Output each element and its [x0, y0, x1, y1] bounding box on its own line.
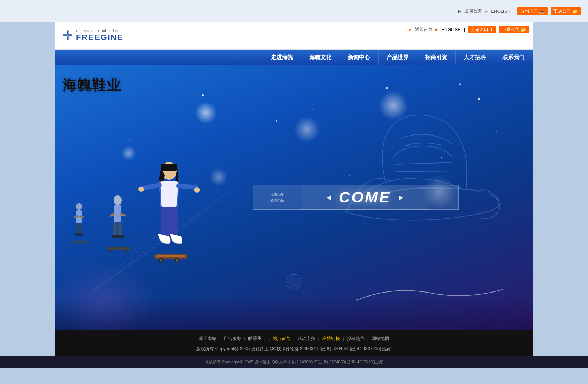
- footer-message[interactable]: 站点留言: [273, 335, 290, 343]
- nav-item-xinwen[interactable]: 新闻中心: [340, 50, 379, 65]
- site-footer: 关于本站 | 广告服务 | 联系我们 | 站点留言 | 活动支持 | 友情链接 …: [55, 330, 533, 356]
- svg-point-55: [289, 277, 299, 287]
- svg-point-52: [160, 259, 162, 262]
- svg-rect-24: [79, 233, 83, 236]
- nav-items-container: 走进海魄 海魄文化 新闻中心 产品世界 招商引资 人才招聘 联系我们: [263, 50, 533, 65]
- nav-item-wenhua[interactable]: 海魄文化: [301, 50, 340, 65]
- english-link[interactable]: ENGLISH: [491, 8, 510, 14]
- skater-main: [136, 161, 202, 278]
- svg-point-45: [194, 187, 200, 193]
- footer-copyright: 版权所有 Copyright@ 2005 设计路上 QQ技术讨论群 249806…: [55, 345, 533, 353]
- svg-rect-21: [76, 223, 79, 234]
- logo-area[interactable]: ✛ Innovative Trend maker FREEGINE: [55, 22, 158, 50]
- svg-point-26: [73, 243, 75, 245]
- footer-ads[interactable]: 广告服务: [223, 335, 241, 343]
- glow-5: [294, 116, 320, 142]
- come-panel-text1: 点击此处: [270, 192, 284, 197]
- site-container: ✛ Innovative Trend maker FREEGINE ▶ 返回首页…: [55, 22, 533, 356]
- subsidiary-btn[interactable]: 下属公司 📁: [551, 7, 581, 15]
- footer-activity[interactable]: 活动支持: [298, 335, 315, 343]
- logo-text: Innovative Trend maker FREEGINE: [76, 29, 123, 42]
- svg-rect-35: [118, 235, 124, 238]
- site-header: ✛ Innovative Trend maker FREEGINE ▶ 返回首页…: [55, 22, 533, 50]
- svg-rect-41: [160, 181, 178, 207]
- come-center-panel[interactable]: ◄ COME ►: [301, 185, 429, 210]
- back-arrow-icon: ▶: [458, 8, 461, 14]
- svg-rect-22: [79, 224, 82, 234]
- svg-point-53: [176, 259, 178, 262]
- skater-mid: [99, 194, 136, 252]
- header-distributor-btn[interactable]: 分销入口 ⬆: [468, 26, 496, 33]
- logo-cross-icon: ✛: [62, 29, 72, 43]
- nav-item-chanpin[interactable]: 产品世界: [379, 50, 417, 65]
- svg-rect-46: [161, 207, 170, 236]
- svg-point-37: [109, 249, 112, 252]
- star-1: [202, 94, 204, 96]
- star-5: [276, 120, 277, 122]
- svg-rect-49: [156, 255, 186, 257]
- come-left-panel: 点击此处 查看产品: [253, 185, 301, 210]
- svg-point-44: [138, 187, 144, 192]
- back-arrow-icon2: ▶: [409, 28, 412, 32]
- svg-rect-33: [118, 223, 122, 236]
- come-arrow-right[interactable]: ►: [398, 193, 405, 202]
- logo-brand: FREEGINE: [76, 33, 123, 42]
- bottom-copyright-text: 版权所有 Copyright@ 2005 设计路上 QQ技术讨论群 249806…: [205, 360, 384, 364]
- browser-chrome: ▶ 返回首页 ▶ ENGLISH | 分销入口 📤 下属公司 📁: [0, 0, 588, 22]
- distributor-btn[interactable]: 分销入口 📤: [517, 7, 548, 15]
- logo-tagline: Innovative Trend maker: [76, 29, 123, 33]
- browser-top-nav: ▶ 返回首页 ▶ ENGLISH | 分销入口 📤 下属公司 📁: [458, 7, 581, 15]
- footer-sitemap[interactable]: 网站地图: [372, 335, 389, 343]
- nav-item-rencai[interactable]: 人才招聘: [456, 50, 494, 65]
- shoe-sketch-svg: [327, 83, 511, 249]
- come-right-panel: [429, 185, 459, 210]
- come-panel-text2: 查看产品: [270, 198, 284, 203]
- svg-rect-47: [169, 207, 178, 236]
- footer-contribute[interactable]: 投稿热线: [347, 335, 365, 343]
- footer-contact[interactable]: 联系我们: [248, 335, 266, 343]
- back-home-link[interactable]: 返回首页: [464, 8, 482, 14]
- hero-banner: 海魄鞋业: [55, 65, 533, 330]
- come-arrow-left[interactable]: ◄: [325, 193, 332, 202]
- svg-rect-32: [113, 222, 117, 236]
- footer-links: 关于本站 | 广告服务 | 联系我们 | 站点留言 | 活动支持 | 友情链接 …: [55, 335, 533, 343]
- skater-far-left: [66, 201, 92, 245]
- footer-friends[interactable]: 友情链接: [322, 335, 340, 343]
- brand-title: 海魄鞋业: [62, 76, 121, 95]
- come-bar[interactable]: 点击此处 查看产品 ◄ COME ►: [253, 185, 459, 210]
- nav-item-lianxi[interactable]: 联系我们: [494, 50, 533, 65]
- come-text: COME: [339, 189, 391, 206]
- star-2: [312, 109, 313, 110]
- main-nav: 走进海魄 海魄文化 新闻中心 产品世界 招商引资 人才招聘 联系我们: [55, 50, 533, 65]
- nav-item-zhaoshang[interactable]: 招商引资: [417, 50, 456, 65]
- english-arrow-icon: ▶: [435, 28, 438, 32]
- header-top-nav: ▶ 返回首页 ▶ ENGLISH | 分销入口 ⬆ 下属公司 📂: [409, 26, 529, 33]
- english-label: ENGLISH: [441, 27, 461, 32]
- header-subsidiary-btn[interactable]: 下属公司 📂: [499, 26, 529, 33]
- footer-about[interactable]: 关于本站: [199, 335, 216, 343]
- svg-rect-34: [112, 235, 118, 238]
- svg-point-27: [84, 243, 86, 245]
- bottom-copyright-bar: 版权所有 Copyright@ 2005 设计路上 QQ技术讨论群 249806…: [0, 356, 588, 368]
- header-back-home[interactable]: 返回首页: [415, 26, 433, 33]
- svg-point-38: [125, 249, 128, 252]
- svg-point-17: [76, 203, 82, 210]
- svg-rect-40: [161, 164, 177, 171]
- nav-item-zoujin[interactable]: 走进海魄: [263, 50, 301, 65]
- bottom-circles: [257, 271, 331, 293]
- svg-point-28: [114, 195, 122, 205]
